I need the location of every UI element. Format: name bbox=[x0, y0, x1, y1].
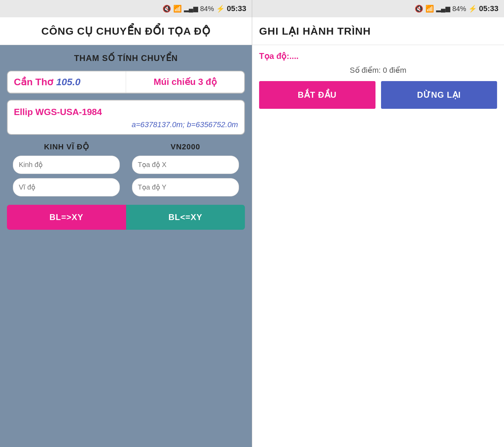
wifi-icon-right: 📶 bbox=[425, 5, 434, 13]
right-body: Tọa độ:.... Số điểm: 0 điểm BẮT ĐẦU DỪNG… bbox=[252, 45, 504, 115]
status-bar-right: 🔇 📶 ▂▄▆ 84% ⚡ 05:33 bbox=[252, 0, 504, 17]
battery-icon: ⚡ bbox=[216, 5, 225, 13]
mute-icon-right: 🔇 bbox=[415, 5, 423, 13]
input-toa-do-x[interactable] bbox=[132, 156, 239, 174]
left-body: THAM SỐ TÍNH CHUYỂN Cần Thơ 105.0 Múi ch… bbox=[0, 45, 252, 238]
col-right-header: VN2000 bbox=[170, 142, 200, 151]
param-row-location: Cần Thơ 105.0 Múi chiếu 3 độ bbox=[8, 71, 244, 93]
param-105: 105.0 bbox=[56, 77, 80, 88]
ellip-box: Ellip WGS-USA-1984 a=6378137.0m; b=63567… bbox=[7, 100, 245, 135]
status-bar-left: 🔇 📶 ▂▄▆ 84% ⚡ 05:33 bbox=[0, 0, 252, 17]
coords-col-left: KINH VĨ ĐỘ bbox=[7, 142, 126, 196]
param-cell-projection: Múi chiếu 3 độ bbox=[126, 71, 244, 93]
battery-text: 84% bbox=[200, 5, 214, 13]
time-left: 05:33 bbox=[227, 4, 246, 13]
right-buttons: BẮT ĐẦU DỪNG LẠI bbox=[259, 81, 497, 109]
coords-col-right: VN2000 bbox=[126, 142, 245, 196]
btn-bl-xy[interactable]: BL=>XY bbox=[7, 205, 126, 230]
signal-icon: ▂▄▆ bbox=[184, 5, 198, 12]
action-buttons: BL=>XY BL<=XY bbox=[7, 205, 245, 230]
input-kinh-do[interactable] bbox=[13, 156, 120, 174]
ellip-values: a=6378137.0m; b=6356752.0m bbox=[14, 120, 238, 129]
toa-do-label: Tọa độ:.... bbox=[259, 51, 497, 61]
col-left-header: KINH VĨ ĐỘ bbox=[44, 142, 89, 151]
left-title-bar: CÔNG CỤ CHUYỂN ĐỔI TỌA ĐỘ bbox=[0, 17, 252, 45]
right-status-icons: 🔇 📶 ▂▄▆ 84% ⚡ 05:33 bbox=[415, 4, 498, 13]
battery-icon-right: ⚡ bbox=[468, 5, 477, 13]
mute-icon: 🔇 bbox=[162, 5, 171, 13]
param-box-top: Cần Thơ 105.0 Múi chiếu 3 độ bbox=[7, 71, 245, 94]
left-panel: CÔNG CỤ CHUYỂN ĐỔI TỌA ĐỘ THAM SỐ TÍNH C… bbox=[0, 17, 252, 447]
input-toa-do-y[interactable] bbox=[132, 178, 239, 196]
param-can-tho: Cần Thơ bbox=[14, 76, 53, 88]
wifi-icon: 📶 bbox=[173, 5, 182, 13]
coords-section: KINH VĨ ĐỘ VN2000 bbox=[7, 142, 245, 196]
main-content: CÔNG CỤ CHUYỂN ĐỔI TỌA ĐỘ THAM SỐ TÍNH C… bbox=[0, 17, 504, 447]
btn-bat-dau[interactable]: BẮT ĐẦU bbox=[259, 81, 375, 109]
btn-dung-lai[interactable]: DỪNG LẠI bbox=[381, 81, 497, 109]
ellip-title: Ellip WGS-USA-1984 bbox=[14, 107, 238, 117]
param-projection: Múi chiếu 3 độ bbox=[132, 77, 238, 87]
signal-icon-right: ▂▄▆ bbox=[436, 5, 450, 12]
so-diem: Số điểm: 0 điểm bbox=[259, 66, 497, 75]
input-vi-do[interactable] bbox=[13, 178, 120, 196]
param-cell-location: Cần Thơ 105.0 bbox=[8, 71, 126, 93]
battery-text-right: 84% bbox=[452, 5, 466, 13]
right-title-bar: GHI LẠI HÀNH TRÌNH bbox=[252, 17, 504, 45]
section-header: THAM SỐ TÍNH CHUYỂN bbox=[7, 53, 245, 63]
btn-bl-xy-rev[interactable]: BL<=XY bbox=[126, 205, 245, 230]
right-panel: GHI LẠI HÀNH TRÌNH Tọa độ:.... Số điểm: … bbox=[252, 17, 504, 447]
status-bar: 🔇 📶 ▂▄▆ 84% ⚡ 05:33 🔇 📶 ▂▄▆ 84% ⚡ 05:33 bbox=[0, 0, 504, 17]
left-status-icons: 🔇 📶 ▂▄▆ 84% ⚡ 05:33 bbox=[162, 4, 246, 13]
time-right: 05:33 bbox=[479, 4, 498, 13]
left-title: CÔNG CỤ CHUYỂN ĐỔI TỌA ĐỘ bbox=[41, 25, 211, 37]
right-title: GHI LẠI HÀNH TRÌNH bbox=[259, 25, 371, 37]
